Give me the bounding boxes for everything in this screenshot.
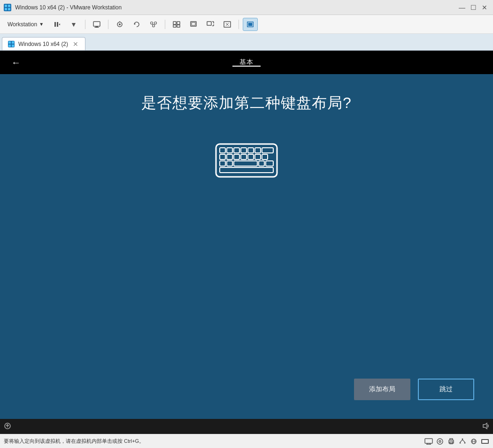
svg-marker-6: [59, 23, 60, 25]
title-bar-text: Windows 10 x64 (2) - VMware Workstation: [15, 4, 122, 11]
tab-bar: Windows 10 x64 (2) ✕: [0, 34, 493, 51]
vm-question-text: 是否想要添加第二种键盘布局?: [141, 93, 352, 114]
svg-rect-38: [12, 45, 14, 47]
svg-rect-41: [227, 148, 232, 153]
full-screen-button[interactable]: [186, 18, 201, 31]
vm-back-button[interactable]: ←: [8, 55, 24, 70]
vm-main-area: 是否想要添加第二种键盘布局?: [0, 74, 493, 419]
status-bar-right: [424, 437, 489, 446]
svg-rect-21: [173, 25, 176, 27]
svg-rect-51: [248, 154, 254, 159]
unity-view-button[interactable]: [169, 18, 184, 31]
cd-status-icon[interactable]: [436, 437, 444, 446]
svg-rect-5: [57, 22, 58, 27]
svg-rect-37: [8, 45, 11, 47]
svg-rect-7: [93, 22, 100, 26]
minimize-button[interactable]: —: [457, 3, 467, 12]
toolbar-sep-4: [239, 20, 239, 29]
sound-status-icon[interactable]: [470, 437, 478, 446]
svg-rect-2: [5, 8, 7, 10]
svg-point-14: [151, 22, 153, 24]
skip-button[interactable]: 跳过: [418, 379, 474, 400]
svg-marker-13: [134, 23, 136, 25]
svg-rect-45: [255, 148, 261, 153]
network-status-icon[interactable]: [458, 437, 467, 446]
svg-rect-9: [94, 27, 99, 28]
active-view-button[interactable]: [243, 18, 258, 31]
svg-rect-55: [227, 161, 232, 166]
stretch-view-button[interactable]: [220, 18, 235, 31]
vm-tab[interactable]: Windows 10 x64 (2) ✕: [2, 37, 85, 50]
vm-content-area[interactable]: ← 基本 是否想要添加第二种键盘布局?: [0, 51, 493, 419]
svg-rect-35: [8, 41, 11, 44]
svg-rect-44: [248, 148, 254, 153]
svg-line-77: [462, 440, 465, 442]
svg-rect-4: [54, 22, 56, 27]
monitor-status-icon[interactable]: [424, 437, 433, 446]
maximize-button[interactable]: ☐: [469, 3, 478, 12]
svg-line-76: [460, 440, 462, 442]
printer-status-icon[interactable]: [447, 437, 455, 446]
vm-nav-title: 基本: [239, 58, 254, 67]
vmware-icon: [4, 4, 11, 11]
svg-rect-40: [220, 148, 225, 153]
svg-rect-42: [234, 148, 239, 153]
svg-line-17: [152, 24, 154, 24]
svg-rect-25: [207, 22, 211, 25]
screen-status-icon[interactable]: [481, 437, 489, 446]
svg-rect-59: [220, 167, 273, 173]
snapshot-button[interactable]: [112, 18, 127, 31]
pause-button[interactable]: [49, 18, 64, 31]
svg-rect-56: [234, 161, 257, 166]
toolbar-sep-3: [165, 20, 165, 29]
keyboard-icon-container: [214, 142, 279, 181]
add-layout-button[interactable]: 添加布局: [354, 379, 410, 400]
title-bar: Windows 10 x64 (2) - VMware Workstation …: [0, 0, 493, 15]
svg-rect-70: [450, 439, 453, 440]
svg-rect-0: [5, 5, 7, 7]
svg-marker-62: [483, 423, 487, 429]
toolbar: Workstation ▼ ▼: [0, 15, 493, 34]
svg-rect-52: [255, 154, 261, 159]
svg-rect-49: [234, 154, 239, 159]
svg-rect-82: [482, 440, 488, 443]
svg-rect-36: [12, 41, 14, 44]
vm-action-buttons: 添加布局 跳过: [354, 379, 474, 400]
svg-rect-57: [259, 161, 264, 166]
vm-audio-icon[interactable]: [482, 422, 489, 431]
svg-point-16: [153, 24, 155, 27]
workstation-menu-button[interactable]: Workstation ▼: [4, 18, 47, 31]
svg-point-75: [464, 442, 466, 443]
svg-rect-53: [262, 154, 268, 159]
vm-send-ctrl-alt-del-icon[interactable]: [4, 422, 11, 431]
pause-dropdown-button[interactable]: ▼: [66, 18, 81, 31]
svg-line-18: [154, 24, 155, 24]
svg-rect-24: [192, 23, 195, 25]
vm-bottom-bar: [0, 419, 493, 434]
vm-settings-button[interactable]: [89, 18, 104, 31]
tab-vm-icon: [8, 41, 15, 47]
keyboard-icon: [214, 142, 279, 179]
svg-rect-58: [266, 161, 273, 166]
svg-rect-48: [227, 154, 232, 159]
svg-rect-19: [173, 22, 176, 24]
svg-rect-3: [8, 8, 10, 10]
close-button[interactable]: ✕: [480, 3, 489, 12]
svg-rect-8: [95, 26, 98, 27]
title-bar-controls: — ☐ ✕: [457, 3, 489, 12]
fit-window-button[interactable]: [203, 18, 218, 31]
svg-point-15: [154, 22, 157, 24]
svg-point-68: [439, 440, 441, 442]
svg-rect-71: [450, 442, 453, 444]
svg-point-67: [437, 439, 443, 444]
svg-rect-54: [220, 161, 225, 166]
tab-close-button[interactable]: ✕: [72, 40, 79, 48]
snapshot-manager-button[interactable]: [146, 18, 161, 31]
svg-rect-50: [241, 154, 246, 159]
svg-point-11: [119, 23, 121, 25]
svg-point-73: [462, 438, 463, 440]
restore-snapshot-button[interactable]: [129, 18, 144, 31]
svg-rect-47: [220, 154, 225, 159]
svg-rect-20: [177, 22, 180, 24]
svg-rect-1: [8, 5, 10, 7]
